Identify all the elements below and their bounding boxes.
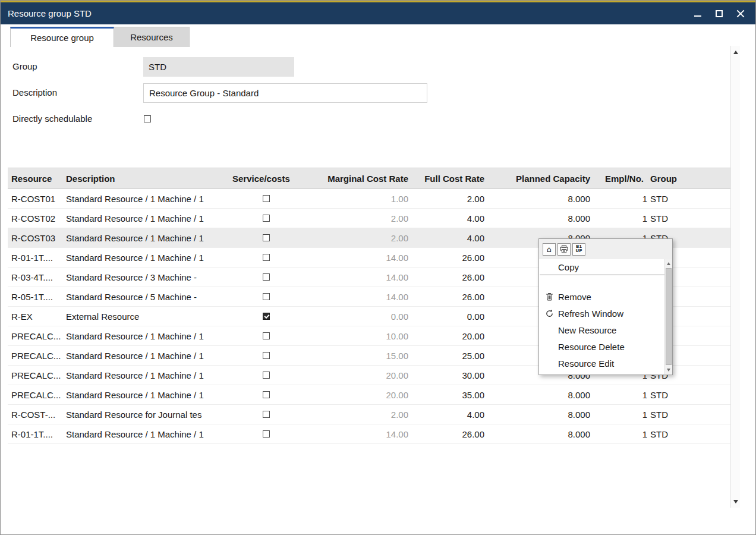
service-checkbox[interactable]: [263, 234, 270, 241]
header-full-cost-rate[interactable]: Full Cost Rate: [413, 168, 489, 188]
tab-resources[interactable]: Resources: [114, 27, 190, 47]
menu-item-label: Refresh Window: [558, 309, 623, 319]
cell-marginal: 0.00: [304, 307, 413, 326]
cell-marginal: 10.00: [304, 326, 413, 345]
header-resource[interactable]: Resource: [8, 168, 62, 188]
cell-resource: R-05-1T....: [8, 287, 62, 306]
service-checkbox[interactable]: [263, 430, 270, 438]
cell-marginal: 2.00: [304, 209, 413, 228]
cell-service: [229, 307, 304, 326]
table-row[interactable]: R-COST-... Standard Resource for Journal…: [8, 405, 735, 424]
menu-item-resource-delete[interactable]: Resource Delete: [539, 338, 672, 355]
maximize-icon[interactable]: [715, 10, 723, 18]
cell-marginal: 20.00: [304, 366, 413, 385]
header-group[interactable]: Group: [648, 168, 702, 188]
home-icon[interactable]: ⌂: [543, 243, 556, 256]
cell-resource: PRECALC...: [8, 326, 62, 345]
cell-capacity: 8.000: [489, 209, 595, 228]
menu-item-remove[interactable]: Remove: [539, 288, 672, 305]
cell-group: STD: [648, 385, 702, 404]
service-checkbox[interactable]: [263, 332, 270, 339]
scroll-up-icon[interactable]: [731, 47, 740, 57]
menu-spacer: [539, 275, 672, 288]
cell-empl: 1: [595, 424, 648, 443]
service-checkbox[interactable]: [263, 273, 270, 281]
service-checkbox[interactable]: [263, 313, 270, 320]
table-header-row: Resource Description Service/costs Margi…: [8, 168, 735, 189]
cell-marginal: 14.00: [304, 287, 413, 306]
app-window: Resource group STD Resource group Resour…: [0, 0, 756, 535]
service-checkbox[interactable]: [263, 352, 270, 359]
service-checkbox[interactable]: [263, 215, 270, 222]
b1up-icon[interactable]: B1 UP: [572, 243, 585, 256]
cell-resource: R-COST03: [8, 228, 62, 247]
cell-service: [229, 189, 304, 208]
titlebar: Resource group STD: [1, 2, 755, 24]
context-menu-scrollbar[interactable]: [664, 259, 672, 374]
cell-description: Standard Resource / 1 Machine / 1: [62, 248, 229, 267]
cell-description: Standard Resource / 1 Machine / 1: [62, 228, 229, 247]
menu-item-label: Resource Delete: [558, 342, 625, 352]
table-row[interactable]: PRECALC... Standard Resource / 1 Machine…: [8, 385, 735, 405]
menu-scroll-up-icon[interactable]: [665, 259, 672, 268]
cell-full: 26.00: [413, 424, 489, 443]
table-row[interactable]: R-COST01 Standard Resource / 1 Machine /…: [8, 189, 735, 209]
header-empl-no[interactable]: Empl/No.: [595, 168, 648, 188]
group-field[interactable]: STD: [143, 57, 294, 77]
service-checkbox[interactable]: [263, 372, 270, 379]
cell-description: Standard Resource / 3 Machine -: [62, 268, 229, 287]
header-planned-capacity[interactable]: Planned Capacity: [489, 168, 595, 188]
cell-marginal: 20.00: [304, 385, 413, 404]
service-checkbox[interactable]: [263, 293, 270, 300]
header-marginal-cost-rate[interactable]: Marginal Cost Rate: [304, 168, 413, 188]
minimize-icon[interactable]: [694, 10, 702, 18]
window-title: Resource group STD: [8, 8, 92, 18]
directly-schedulable-checkbox[interactable]: [144, 115, 151, 122]
close-icon[interactable]: [736, 10, 745, 18]
cell-capacity: 8.000: [489, 385, 595, 404]
table-row[interactable]: R-01-1T.... Standard Resource / 1 Machin…: [8, 424, 735, 444]
menu-item-new-resource[interactable]: New Resource: [539, 322, 672, 338]
menu-scroll-thumb[interactable]: [666, 268, 672, 365]
vertical-scrollbar[interactable]: [730, 46, 740, 508]
table-row[interactable]: R-COST02 Standard Resource / 1 Machine /…: [8, 209, 735, 228]
cell-description: Standard Resource / 1 Machine / 1: [62, 346, 229, 365]
cell-group: STD: [648, 424, 702, 443]
cell-resource: R-COST02: [8, 209, 62, 228]
service-checkbox[interactable]: [263, 411, 270, 418]
print-icon[interactable]: [557, 243, 571, 256]
cell-description: Standard Resource / 1 Machine / 1: [62, 424, 229, 443]
header-description[interactable]: Description: [62, 168, 229, 188]
description-field[interactable]: Resource Group - Standard: [143, 83, 427, 103]
cell-resource: R-COST-...: [8, 405, 62, 424]
cell-description: Standard Resource for Journal tes: [62, 405, 229, 424]
cell-group: STD: [648, 405, 702, 424]
cell-description: Standard Resource / 1 Machine / 1: [62, 189, 229, 208]
menu-item-copy[interactable]: Copy: [539, 259, 672, 275]
cell-marginal: 2.00: [304, 405, 413, 424]
service-checkbox[interactable]: [263, 391, 270, 398]
service-checkbox[interactable]: [263, 254, 270, 261]
cell-empl: 1: [595, 385, 648, 404]
cell-service: [229, 385, 304, 404]
cell-resource: R-01-1T....: [8, 248, 62, 267]
menu-item-refresh-window[interactable]: Refresh Window: [539, 305, 672, 322]
scroll-down-icon[interactable]: [731, 496, 740, 506]
cell-description: External Resource: [62, 307, 229, 326]
menu-scroll-down-icon[interactable]: [665, 366, 672, 374]
service-checkbox[interactable]: [263, 195, 270, 202]
menu-item-label: Resource Edit: [558, 358, 614, 369]
header-service-costs[interactable]: Service/costs: [229, 168, 304, 188]
cell-resource: R-01-1T....: [8, 424, 62, 443]
menu-item-resource-edit[interactable]: Resource Edit: [539, 355, 672, 372]
tab-resource-group[interactable]: Resource group: [10, 27, 114, 47]
cell-resource: R-03-4T....: [8, 268, 62, 287]
cell-marginal: 14.00: [304, 248, 413, 267]
cell-full: 30.00: [413, 366, 489, 385]
cell-marginal: 14.00: [304, 268, 413, 287]
cell-full: 26.00: [413, 248, 489, 267]
menu-item-label: New Resource: [558, 325, 616, 335]
cell-full: 20.00: [413, 326, 489, 345]
cell-resource: PRECALC...: [8, 366, 62, 385]
cell-description: Standard Resource / 5 Machine -: [62, 287, 229, 306]
